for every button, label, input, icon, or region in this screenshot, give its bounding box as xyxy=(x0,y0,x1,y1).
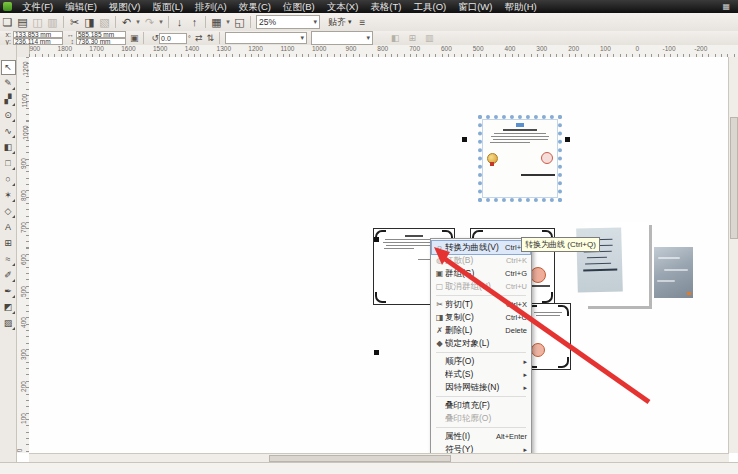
selection-handle[interactable] xyxy=(462,137,467,142)
crop-tool[interactable]: ▞ xyxy=(1,92,16,107)
freehand-tool[interactable]: ∿ xyxy=(1,124,16,139)
mirror-horizontal-icon[interactable]: ⇄ xyxy=(195,33,203,43)
application-launcher-icon[interactable]: ▦ xyxy=(209,14,224,30)
delete-icon: ✗ xyxy=(434,326,445,335)
text-line xyxy=(490,142,530,143)
menubar-items: 文件(F)编辑(E)视图(V)版面(L)排列(A)效果(C)位图(B)文本(X)… xyxy=(16,0,543,13)
y-position-field[interactable]: 236.114 mm xyxy=(13,38,63,45)
undo-icon[interactable]: ↶ xyxy=(119,14,134,30)
menubar-item[interactable]: 版面(L) xyxy=(146,1,189,12)
context-menu-item[interactable]: ✗删除(L)Delete xyxy=(432,324,530,337)
menubar-item[interactable]: 位图(B) xyxy=(277,1,321,12)
rectangle-tool[interactable]: □ xyxy=(1,156,16,171)
menubar-item[interactable]: 文本(X) xyxy=(321,1,365,12)
context-menu-item[interactable]: 叠印填充(F) xyxy=(432,399,530,412)
menu-item-shortcut: Ctrl+K xyxy=(506,256,527,265)
launcher-dropdown-icon[interactable]: ▾ xyxy=(224,14,232,30)
menubar-item[interactable]: 效果(C) xyxy=(233,1,277,12)
cut-icon[interactable]: ✂ xyxy=(67,14,82,30)
rotation-angle-field[interactable]: 0.0 xyxy=(159,33,187,44)
tooltip: 转换为曲线 (Ctrl+Q) xyxy=(521,237,600,252)
import-icon[interactable]: ↓ xyxy=(172,14,187,30)
menubar-item[interactable]: 文件(F) xyxy=(16,1,59,12)
cloud-streak xyxy=(664,269,688,271)
menubar-item[interactable]: 编辑(E) xyxy=(59,1,103,12)
eyedropper-tool[interactable]: ✐ xyxy=(1,268,16,283)
object-width-field[interactable]: 585.185 mm xyxy=(76,31,126,38)
blend-tool-glyph: ≈ xyxy=(6,254,11,264)
cloud-sky-photo[interactable] xyxy=(654,247,693,298)
context-menu-item[interactable]: 符号(Y)▸ xyxy=(432,443,530,453)
flyout-indicator xyxy=(12,199,15,202)
interactive-fill-tool[interactable]: ▨ xyxy=(1,316,16,331)
context-menu-item[interactable]: 样式(S)▸ xyxy=(432,368,530,381)
blend-tool[interactable]: ≈ xyxy=(1,252,16,267)
redo-dropdown-icon[interactable]: ▾ xyxy=(157,14,165,30)
save-icon: ◫ xyxy=(30,14,45,30)
table-tool[interactable]: ⊞ xyxy=(1,236,16,251)
ruler-label: 200 xyxy=(568,45,579,52)
snap-to-dropdown[interactable]: 贴齐 ▾ xyxy=(328,16,352,29)
context-menu-item[interactable]: 属性(I)Alt+Enter xyxy=(432,430,530,443)
selection-handle[interactable] xyxy=(374,350,379,355)
ellipse-tool[interactable]: ○ xyxy=(1,172,16,187)
text-tool[interactable]: A xyxy=(1,220,16,235)
open-folder-icon[interactable]: ▤ xyxy=(15,14,30,30)
context-menu-item[interactable]: ○转换为曲线(V)Ctrl+Q xyxy=(432,241,530,254)
context-menu-item[interactable]: ▣群组(G)Ctrl+G xyxy=(432,267,530,280)
submenu-arrow-icon: ▸ xyxy=(523,371,527,379)
outline-style-combo[interactable]: ▾ xyxy=(225,32,307,44)
fill-tool[interactable]: ◩ xyxy=(1,300,16,315)
signature-line xyxy=(521,174,555,176)
pick-tool[interactable]: ↖ xyxy=(1,60,16,75)
selection-handle[interactable] xyxy=(374,237,379,242)
size-fields: ↔ 585.185 mm ↕ 736.30 mm xyxy=(67,32,126,45)
horizontal-scrollbar-thumb[interactable] xyxy=(269,455,451,462)
context-menu-item[interactable]: ✂剪切(T)Ctrl+X xyxy=(432,298,530,311)
object-height-field[interactable]: 736.30 mm xyxy=(76,38,126,45)
drawing-canvas[interactable]: ○转换为曲线(V)Ctrl+Q◍打散(B)Ctrl+K▣群组(G)Ctrl+G▢… xyxy=(29,57,729,453)
chevron-down-icon[interactable]: ▾ xyxy=(310,18,317,26)
outline-pen-tool[interactable]: ✒ xyxy=(1,284,16,299)
context-menu-item[interactable]: 顺序(O)▸ xyxy=(432,355,530,368)
crop-tool-glyph: ▞ xyxy=(5,94,12,104)
context-menu-item[interactable]: ◨复制(C)Ctrl+C xyxy=(432,311,530,324)
selection-handle[interactable] xyxy=(565,137,570,142)
menubar-item[interactable]: 表格(T) xyxy=(364,1,407,12)
menubar-grid-icon[interactable]: ▦ xyxy=(722,2,730,11)
horizontal-ruler[interactable]: 1900180017001600150014001300120011001000… xyxy=(29,45,738,57)
menubar-item[interactable]: 窗口(W) xyxy=(452,1,498,12)
export-icon[interactable]: ↑ xyxy=(187,14,202,30)
flyout-indicator xyxy=(12,327,15,330)
menu-item-label: 取消群组(U) xyxy=(445,281,503,293)
context-menu-item[interactable]: 因特网链接(N)▸ xyxy=(432,381,530,394)
print-icon: ▥ xyxy=(45,14,60,30)
menubar-item[interactable]: 排列(A) xyxy=(189,1,233,12)
copy-icon[interactable]: ◨ xyxy=(82,14,97,30)
smart-fill-tool[interactable]: ◧ xyxy=(1,140,16,155)
options-icon[interactable]: ≡ xyxy=(360,17,366,28)
welcome-screen-icon[interactable]: ◱ xyxy=(232,14,247,30)
outline-width-combo[interactable]: ▾ xyxy=(311,31,373,45)
zoom-level-combo[interactable]: 25% ▾ xyxy=(256,15,320,29)
vertical-scrollbar-thumb[interactable] xyxy=(730,117,738,239)
zoom-tool[interactable]: ⊙ xyxy=(1,108,16,123)
ruler-label: 1700 xyxy=(89,45,103,52)
basic-shapes-tool[interactable]: ◇ xyxy=(1,204,16,219)
shape-tool[interactable]: ✎ xyxy=(1,76,16,91)
undo-dropdown-icon[interactable]: ▾ xyxy=(134,14,142,30)
menu-item-shortcut: Alt+Enter xyxy=(496,432,527,441)
vertical-scrollbar[interactable] xyxy=(728,57,738,453)
scale-lock-icon[interactable]: ▣ xyxy=(130,33,139,43)
menubar-item[interactable]: 视图(V) xyxy=(103,1,147,12)
certificate-image-blue[interactable] xyxy=(478,115,562,202)
mirror-vertical-icon[interactable]: ⇅ xyxy=(206,33,214,43)
context-menu-item[interactable]: ◆锁定对象(L) xyxy=(432,337,530,350)
x-position-field[interactable]: 133.853 mm xyxy=(13,31,63,38)
context-menu-item: 叠印轮廓(O) xyxy=(432,412,530,425)
new-document-icon[interactable]: ❏ xyxy=(0,14,15,30)
menu-item-shortcut: Delete xyxy=(505,326,527,335)
polygon-tool[interactable]: ✶ xyxy=(1,188,16,203)
menubar-item[interactable]: 工具(O) xyxy=(407,1,452,12)
menubar-item[interactable]: 帮助(H) xyxy=(498,1,542,12)
